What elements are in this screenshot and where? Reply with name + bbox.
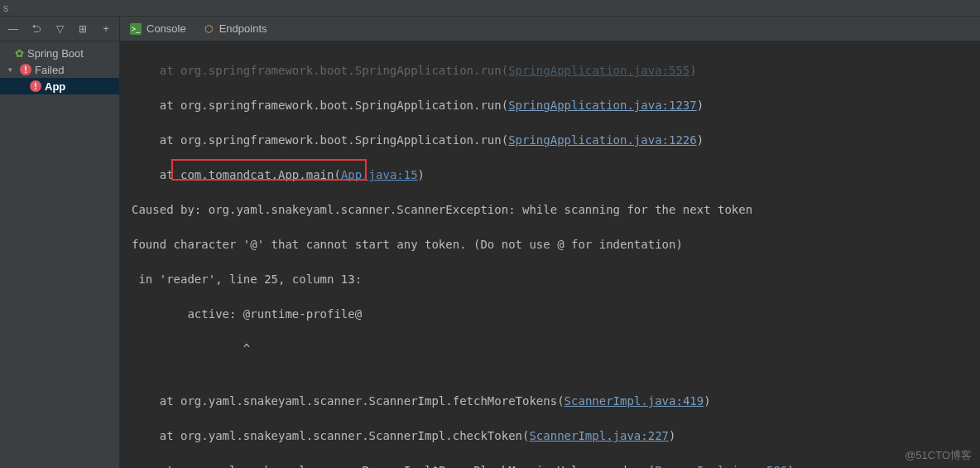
source-link[interactable]: SpringApplication.java:1226 <box>508 133 697 147</box>
source-link[interactable]: ParserImpl.java:586 <box>655 464 787 468</box>
tree-root-spring-boot[interactable]: ✿ Spring Boot <box>0 45 119 61</box>
tab-console-label: Console <box>147 22 186 35</box>
tree-failed-label: Failed <box>35 64 64 76</box>
source-link[interactable]: ScannerImpl.java:419 <box>564 394 704 408</box>
add-icon[interactable]: + <box>99 22 113 36</box>
console-icon: >_ <box>130 23 142 35</box>
title-bar: s <box>0 0 980 17</box>
source-link[interactable]: ScannerImpl.java:227 <box>529 429 669 442</box>
source-link[interactable]: SpringApplication.java:1237 <box>508 99 697 112</box>
trace-line: in 'reader', line 25, column 13: <box>132 271 973 288</box>
tab-console[interactable]: >_ Console <box>130 22 186 35</box>
trace-line: at com.tomandcat.App.main(App.java:15) <box>132 166 973 184</box>
trace-line: ^ <box>132 340 973 358</box>
tab-endpoints-label: Endpoints <box>219 22 267 35</box>
trace-line: at org.yaml.snakeyaml.scanner.ScannerImp… <box>132 427 973 445</box>
dash-icon[interactable]: — <box>7 22 20 36</box>
trace-line: active: @runtime-profile@ <box>132 306 973 323</box>
trace-line: at org.yaml.snakeyaml.parser.ParserImpl$… <box>132 462 973 468</box>
tree-root-label: Spring Boot <box>27 47 84 60</box>
trace-line: at org.springframework.boot.SpringApplic… <box>132 132 973 149</box>
tree-node-failed[interactable]: ▾ ! Failed <box>0 61 119 78</box>
filter-icon[interactable]: ▽ <box>53 22 66 36</box>
sidebar-toolbar: — ⮌ ▽ ⊞ + <box>0 17 119 41</box>
source-link[interactable]: App.java:15 <box>341 168 418 181</box>
layout-icon[interactable]: ⊞ <box>76 22 89 36</box>
error-icon: ! <box>20 64 31 75</box>
watermark: @51CTO博客 <box>905 448 972 463</box>
source-link[interactable]: SpringApplication.java:555 <box>508 64 689 77</box>
content-panel: >_ Console ⬡ Endpoints at org.springfram… <box>120 17 980 468</box>
trace-line: at org.yaml.snakeyaml.scanner.ScannerImp… <box>132 393 973 410</box>
trace-line: at org.springframework.boot.SpringApplic… <box>132 62 973 80</box>
collapse-icon[interactable]: ⮌ <box>30 22 43 36</box>
error-icon: ! <box>30 80 41 92</box>
spring-boot-icon: ✿ <box>15 47 24 60</box>
run-tree: ✿ Spring Boot ▾ ! Failed ! App <box>0 41 119 94</box>
tree-node-app[interactable]: ! App <box>0 78 119 94</box>
trace-line: Caused by: org.yaml.snakeyaml.scanner.Sc… <box>132 201 973 219</box>
sidebar: — ⮌ ▽ ⊞ + ✿ Spring Boot ▾ ! Failed ! App <box>0 17 120 468</box>
title-text: s <box>3 2 8 14</box>
endpoints-icon: ⬡ <box>203 23 214 35</box>
tree-app-label: App <box>45 80 65 93</box>
console-output[interactable]: at org.springframework.boot.SpringApplic… <box>120 41 980 468</box>
trace-line: found character '@' that cannot start an… <box>132 236 973 253</box>
output-tabs: >_ Console ⬡ Endpoints <box>120 17 980 41</box>
trace-line: at org.springframework.boot.SpringApplic… <box>132 97 973 114</box>
tab-endpoints[interactable]: ⬡ Endpoints <box>203 22 267 35</box>
chevron-down-icon: ▾ <box>8 65 17 74</box>
